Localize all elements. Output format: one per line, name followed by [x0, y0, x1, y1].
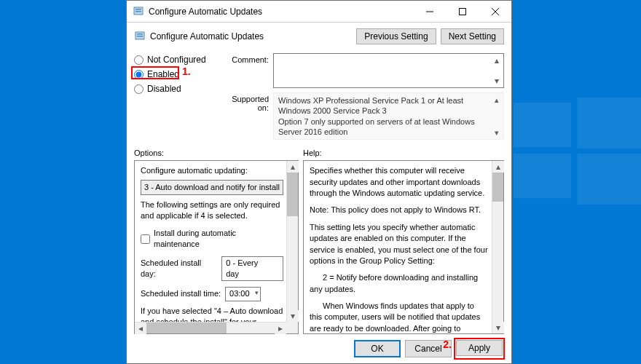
- svg-rect-3: [578, 154, 642, 205]
- options-vertical-scrollbar[interactable]: ▴ ▾: [286, 161, 298, 322]
- help-text: This setting lets you specify whether au…: [310, 222, 489, 267]
- options-horizontal-scrollbar[interactable]: ◂ ▸: [135, 322, 286, 333]
- options-note: The following settings are only required…: [141, 199, 283, 222]
- scroll-thumb[interactable]: [492, 173, 503, 202]
- svg-rect-6: [135, 11, 141, 12]
- supported-label: Supported on:: [219, 92, 269, 112]
- scroll-down-icon[interactable]: ▾: [287, 310, 299, 322]
- install-day-label: Scheduled install day:: [141, 258, 217, 280]
- radio-enabled[interactable]: Enabled: [134, 69, 211, 79]
- ok-button[interactable]: OK: [354, 340, 401, 357]
- close-button[interactable]: [479, 1, 511, 22]
- state-radio-group: Not Configured Enabled Disabled 1.: [134, 53, 211, 94]
- radio-disabled[interactable]: Disabled: [134, 84, 211, 94]
- install-time-dropdown[interactable]: 03:00▾: [225, 287, 261, 301]
- scroll-thumb[interactable]: [146, 323, 227, 333]
- comment-textarea[interactable]: ▴ ▾: [273, 53, 504, 88]
- maximize-button[interactable]: [446, 1, 479, 22]
- scroll-thumb[interactable]: [287, 173, 298, 216]
- options-pane: Configure automatic updating: 3 - Auto d…: [134, 160, 299, 334]
- svg-rect-8: [459, 8, 465, 15]
- titlebar: Configure Automatic Updates: [127, 1, 511, 23]
- policy-icon: [134, 31, 146, 42]
- header-row: Configure Automatic Updates Previous Set…: [134, 28, 504, 44]
- previous-setting-button[interactable]: Previous Setting: [356, 28, 436, 44]
- annotation-label-1: 1.: [182, 66, 191, 77]
- dialog-button-row: OK Cancel Apply 2.: [134, 334, 504, 360]
- scroll-up-icon[interactable]: ▴: [492, 95, 502, 105]
- comment-label: Comment:: [219, 53, 269, 64]
- scroll-down-icon[interactable]: ▾: [492, 127, 502, 138]
- svg-rect-5: [135, 9, 141, 10]
- window-title: Configure Automatic Updates: [149, 7, 413, 17]
- svg-rect-2: [514, 154, 571, 198]
- svg-rect-0: [514, 103, 571, 147]
- scroll-up-icon[interactable]: ▴: [492, 161, 504, 173]
- help-pane: Specifies whether this computer will rec…: [303, 160, 504, 334]
- install-time-label: Scheduled install time:: [141, 288, 221, 299]
- help-text: Specifies whether this computer will rec…: [310, 165, 489, 199]
- policy-icon: [133, 6, 144, 17]
- configure-updating-label: Configure automatic updating:: [141, 165, 283, 176]
- desktop-windows-logo: [514, 87, 641, 215]
- apply-button[interactable]: Apply: [456, 340, 503, 356]
- help-text: When Windows finds updates that apply to…: [310, 301, 489, 333]
- options-section-label: Options:: [134, 149, 303, 157]
- annotation-label-2: 2.: [443, 339, 452, 350]
- scroll-up-icon[interactable]: ▴: [287, 161, 299, 173]
- gpo-dialog: Configure Automatic Updates Configure Au…: [126, 0, 512, 364]
- minimize-button[interactable]: [413, 1, 446, 22]
- maintenance-checkbox[interactable]: Install during automatic maintenance: [141, 228, 283, 250]
- scroll-up-icon[interactable]: ▴: [492, 55, 502, 66]
- help-text: 2 = Notify before downloading and instal…: [310, 272, 489, 295]
- scroll-left-icon[interactable]: ◂: [135, 323, 146, 334]
- help-section-label: Help:: [303, 149, 322, 157]
- chevron-down-icon: ▾: [255, 288, 259, 298]
- supported-on-box: Windows XP Professional Service Pack 1 o…: [273, 92, 504, 140]
- help-text: Note: This policy does not apply to Wind…: [310, 205, 489, 215]
- scroll-corner: [286, 322, 298, 333]
- scroll-down-icon[interactable]: ▾: [492, 322, 504, 333]
- scroll-down-icon[interactable]: ▾: [492, 76, 502, 86]
- configure-updating-dropdown[interactable]: 3 - Auto download and notify for install: [141, 180, 283, 195]
- scroll-right-icon[interactable]: ▸: [275, 323, 286, 334]
- help-vertical-scrollbar[interactable]: ▴ ▾: [492, 161, 503, 333]
- install-day-dropdown[interactable]: 0 - Every day: [221, 256, 283, 282]
- page-title: Configure Automatic Updates: [150, 31, 264, 41]
- radio-not-configured[interactable]: Not Configured: [134, 55, 211, 65]
- svg-rect-1: [578, 98, 642, 149]
- next-setting-button[interactable]: Next Setting: [441, 28, 504, 44]
- svg-rect-12: [137, 33, 143, 35]
- svg-rect-13: [137, 36, 143, 37]
